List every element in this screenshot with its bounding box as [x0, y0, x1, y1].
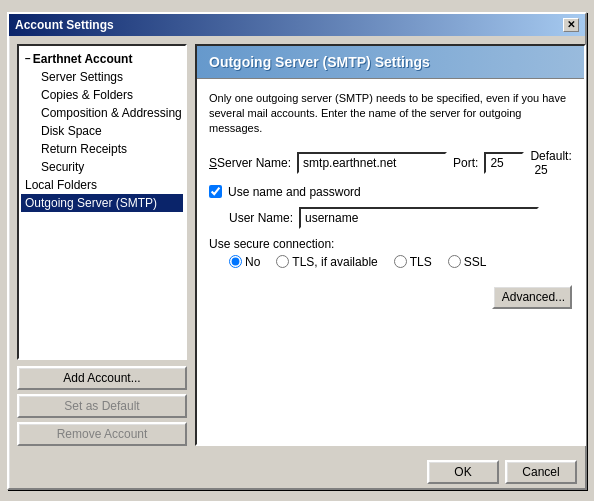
radio-ssl: SSL: [448, 255, 487, 269]
settings-panel: Outgoing Server (SMTP) Settings Only one…: [195, 44, 586, 446]
ok-button[interactable]: OK: [427, 460, 499, 484]
sidebar-root-label: Earthnet Account: [33, 52, 133, 66]
radio-tls-label: TLS: [410, 255, 432, 269]
remove-account-button[interactable]: Remove Account: [17, 422, 187, 446]
radio-ssl-input[interactable]: [448, 255, 461, 268]
cancel-button[interactable]: Cancel: [505, 460, 577, 484]
radio-no: No: [229, 255, 260, 269]
radio-ssl-label: SSL: [464, 255, 487, 269]
default-label: Default: 25: [530, 149, 571, 177]
sidebar-item-earthnet-account[interactable]: − Earthnet Account: [21, 50, 183, 68]
sidebar-item-security[interactable]: Security: [21, 158, 183, 176]
server-name-label: SServer Name:: [209, 156, 291, 170]
collapse-icon: −: [25, 53, 31, 64]
sidebar-item-return-receipts[interactable]: Return Receipts: [21, 140, 183, 158]
sidebar-buttons: Add Account... Set as Default Remove Acc…: [17, 362, 187, 446]
use-secure-label: Use secure connection:: [209, 237, 572, 251]
sidebar-item-disk-space[interactable]: Disk Space: [21, 122, 183, 140]
use-name-password-label: Use name and password: [228, 185, 361, 199]
sidebar-item-copies-folders[interactable]: Copies & Folders: [21, 86, 183, 104]
set-default-button[interactable]: Set as Default: [17, 394, 187, 418]
radio-tls-input[interactable]: [394, 255, 407, 268]
window-title: Account Settings: [15, 18, 114, 32]
window-body: − Earthnet Account Server Settings Copie…: [9, 36, 585, 454]
sidebar-item-server-settings[interactable]: Server Settings: [21, 68, 183, 86]
radio-row: No TLS, if available TLS: [209, 255, 572, 269]
panel-body: Only one outgoing server (SMTP) needs to…: [197, 79, 584, 444]
advanced-button[interactable]: Advanced...: [492, 285, 572, 309]
radio-tls-if-available: TLS, if available: [276, 255, 377, 269]
user-name-label: User Name:: [229, 211, 293, 225]
port-input[interactable]: [484, 152, 524, 174]
radio-tls-if-available-label: TLS, if available: [292, 255, 377, 269]
use-name-password-row: Use name and password: [209, 185, 572, 199]
server-name-input[interactable]: [297, 152, 447, 174]
add-account-button[interactable]: Add Account...: [17, 366, 187, 390]
sidebar-tree: − Earthnet Account Server Settings Copie…: [17, 44, 187, 360]
server-name-row: SServer Name: Port: Default: 25: [209, 149, 572, 177]
panel-description: Only one outgoing server (SMTP) needs to…: [209, 91, 572, 137]
user-name-input[interactable]: [299, 207, 539, 229]
sidebar-item-composition-addressing[interactable]: Composition & Addressing: [21, 104, 183, 122]
panel-title: Outgoing Server (SMTP) Settings: [209, 54, 572, 70]
user-name-row: User Name:: [209, 207, 572, 229]
secure-connection-group: Use secure connection: No TLS, if availa…: [209, 237, 572, 269]
close-button[interactable]: ✕: [563, 18, 579, 32]
panel-header: Outgoing Server (SMTP) Settings: [197, 46, 584, 79]
radio-no-label: No: [245, 255, 260, 269]
account-settings-window: Account Settings ✕ − Earthnet Account Se…: [7, 12, 587, 490]
radio-tls-if-available-input[interactable]: [276, 255, 289, 268]
radio-tls: TLS: [394, 255, 432, 269]
bottom-bar: OK Cancel: [9, 454, 585, 488]
advanced-row: Advanced...: [209, 285, 572, 309]
main-content: Outgoing Server (SMTP) Settings Only one…: [195, 44, 586, 446]
sidebar-item-local-folders[interactable]: Local Folders: [21, 176, 183, 194]
use-name-password-checkbox[interactable]: [209, 185, 222, 198]
title-bar: Account Settings ✕: [9, 14, 585, 36]
port-label: Port:: [453, 156, 478, 170]
sidebar-item-outgoing-server[interactable]: Outgoing Server (SMTP): [21, 194, 183, 212]
radio-no-input[interactable]: [229, 255, 242, 268]
sidebar: − Earthnet Account Server Settings Copie…: [17, 44, 187, 446]
